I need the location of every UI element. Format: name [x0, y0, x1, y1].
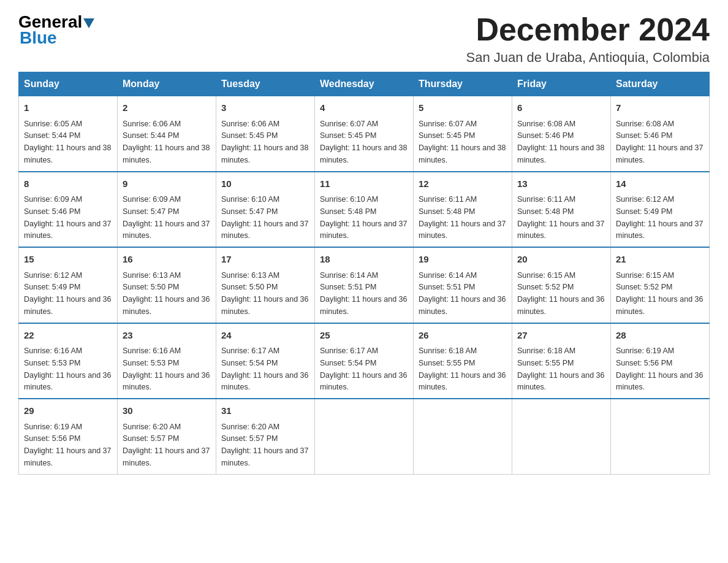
sunrise-text: Sunrise: 6:13 AMSunset: 5:50 PMDaylight:…: [221, 271, 308, 316]
sunrise-text: Sunrise: 6:17 AMSunset: 5:54 PMDaylight:…: [320, 347, 407, 391]
calendar-cell: 17Sunrise: 6:13 AMSunset: 5:50 PMDayligh…: [216, 247, 315, 323]
calendar-cell: 22Sunrise: 6:16 AMSunset: 5:53 PMDayligh…: [19, 323, 118, 399]
calendar-cell: 19Sunrise: 6:14 AMSunset: 5:51 PMDayligh…: [414, 247, 512, 323]
header-wednesday: Wednesday: [315, 72, 414, 96]
sunrise-text: Sunrise: 6:08 AMSunset: 5:46 PMDaylight:…: [616, 120, 703, 164]
week-row-3: 15Sunrise: 6:12 AMSunset: 5:49 PMDayligh…: [19, 247, 710, 323]
calendar-cell: 1Sunrise: 6:05 AMSunset: 5:44 PMDaylight…: [19, 96, 118, 172]
calendar-cell: [611, 399, 710, 474]
sunrise-text: Sunrise: 6:14 AMSunset: 5:51 PMDaylight:…: [419, 271, 506, 316]
sunrise-text: Sunrise: 6:15 AMSunset: 5:52 PMDaylight:…: [616, 271, 703, 316]
day-number: 1: [24, 101, 112, 115]
sunrise-text: Sunrise: 6:18 AMSunset: 5:55 PMDaylight:…: [517, 347, 604, 391]
logo-blue-text: Blue: [18, 28, 96, 48]
calendar-cell: [414, 399, 512, 474]
day-number: 22: [24, 329, 112, 343]
week-row-1: 1Sunrise: 6:05 AMSunset: 5:44 PMDaylight…: [19, 96, 710, 172]
calendar-cell: 31Sunrise: 6:20 AMSunset: 5:57 PMDayligh…: [216, 399, 315, 474]
page-header: General Blue December 2024 San Juan de U…: [18, 12, 710, 66]
calendar-cell: 29Sunrise: 6:19 AMSunset: 5:56 PMDayligh…: [19, 399, 118, 474]
calendar-cell: 26Sunrise: 6:18 AMSunset: 5:55 PMDayligh…: [414, 323, 512, 399]
calendar-cell: 8Sunrise: 6:09 AMSunset: 5:46 PMDaylight…: [19, 172, 118, 248]
day-number: 13: [517, 177, 605, 191]
calendar-cell: 27Sunrise: 6:18 AMSunset: 5:55 PMDayligh…: [512, 323, 611, 399]
sunrise-text: Sunrise: 6:06 AMSunset: 5:45 PMDaylight:…: [221, 120, 308, 164]
calendar-cell: [512, 399, 611, 474]
sunrise-text: Sunrise: 6:07 AMSunset: 5:45 PMDaylight:…: [320, 120, 407, 164]
day-number: 16: [123, 253, 211, 267]
calendar-cell: 20Sunrise: 6:15 AMSunset: 5:52 PMDayligh…: [512, 247, 611, 323]
calendar-cell: 11Sunrise: 6:10 AMSunset: 5:48 PMDayligh…: [315, 172, 414, 248]
day-number: 24: [221, 329, 309, 343]
day-number: 26: [419, 329, 507, 343]
header-saturday: Saturday: [611, 72, 710, 96]
title-section: December 2024 San Juan de Uraba, Antioqu…: [466, 12, 710, 66]
day-number: 29: [24, 404, 112, 418]
logo-arrow-icon: [83, 18, 94, 28]
sunrise-text: Sunrise: 6:10 AMSunset: 5:48 PMDaylight:…: [320, 195, 407, 240]
sunrise-text: Sunrise: 6:08 AMSunset: 5:46 PMDaylight:…: [517, 120, 604, 164]
calendar-cell: 3Sunrise: 6:06 AMSunset: 5:45 PMDaylight…: [216, 96, 315, 172]
sunrise-text: Sunrise: 6:12 AMSunset: 5:49 PMDaylight:…: [616, 195, 703, 240]
day-number: 5: [419, 101, 507, 115]
calendar-cell: 12Sunrise: 6:11 AMSunset: 5:48 PMDayligh…: [414, 172, 512, 248]
day-number: 18: [320, 253, 408, 267]
sunrise-text: Sunrise: 6:09 AMSunset: 5:47 PMDaylight:…: [123, 195, 210, 240]
calendar-cell: 9Sunrise: 6:09 AMSunset: 5:47 PMDaylight…: [118, 172, 216, 248]
week-row-2: 8Sunrise: 6:09 AMSunset: 5:46 PMDaylight…: [19, 172, 710, 248]
calendar-cell: 25Sunrise: 6:17 AMSunset: 5:54 PMDayligh…: [315, 323, 414, 399]
day-number: 8: [24, 177, 112, 191]
day-number: 2: [123, 101, 211, 115]
day-number: 14: [616, 177, 704, 191]
sunrise-text: Sunrise: 6:11 AMSunset: 5:48 PMDaylight:…: [419, 195, 506, 240]
header-thursday: Thursday: [414, 72, 512, 96]
location-text: San Juan de Uraba, Antioquia, Colombia: [466, 50, 710, 66]
day-number: 19: [419, 253, 507, 267]
sunrise-text: Sunrise: 6:06 AMSunset: 5:44 PMDaylight:…: [123, 120, 210, 164]
calendar-cell: 5Sunrise: 6:07 AMSunset: 5:45 PMDaylight…: [414, 96, 512, 172]
day-number: 25: [320, 329, 408, 343]
week-row-4: 22Sunrise: 6:16 AMSunset: 5:53 PMDayligh…: [19, 323, 710, 399]
sunrise-text: Sunrise: 6:18 AMSunset: 5:55 PMDaylight:…: [419, 347, 506, 391]
sunrise-text: Sunrise: 6:15 AMSunset: 5:52 PMDaylight:…: [517, 271, 604, 316]
sunrise-text: Sunrise: 6:05 AMSunset: 5:44 PMDaylight:…: [24, 120, 111, 164]
week-row-5: 29Sunrise: 6:19 AMSunset: 5:56 PMDayligh…: [19, 399, 710, 474]
calendar-cell: 10Sunrise: 6:10 AMSunset: 5:47 PMDayligh…: [216, 172, 315, 248]
calendar-header-row: SundayMondayTuesdayWednesdayThursdayFrid…: [19, 72, 710, 96]
calendar-cell: 15Sunrise: 6:12 AMSunset: 5:49 PMDayligh…: [19, 247, 118, 323]
calendar-cell: 7Sunrise: 6:08 AMSunset: 5:46 PMDaylight…: [611, 96, 710, 172]
calendar-cell: [315, 399, 414, 474]
month-title: December 2024: [466, 12, 710, 47]
header-monday: Monday: [118, 72, 216, 96]
day-number: 30: [123, 404, 211, 418]
calendar-cell: 2Sunrise: 6:06 AMSunset: 5:44 PMDaylight…: [118, 96, 216, 172]
day-number: 11: [320, 177, 408, 191]
calendar-cell: 13Sunrise: 6:11 AMSunset: 5:48 PMDayligh…: [512, 172, 611, 248]
logo: General Blue: [18, 12, 96, 48]
sunrise-text: Sunrise: 6:10 AMSunset: 5:47 PMDaylight:…: [221, 195, 308, 240]
sunrise-text: Sunrise: 6:11 AMSunset: 5:48 PMDaylight:…: [517, 195, 604, 240]
calendar-cell: 21Sunrise: 6:15 AMSunset: 5:52 PMDayligh…: [611, 247, 710, 323]
header-friday: Friday: [512, 72, 611, 96]
day-number: 20: [517, 253, 605, 267]
sunrise-text: Sunrise: 6:07 AMSunset: 5:45 PMDaylight:…: [419, 120, 506, 164]
calendar-table: SundayMondayTuesdayWednesdayThursdayFrid…: [18, 72, 710, 475]
calendar-cell: 16Sunrise: 6:13 AMSunset: 5:50 PMDayligh…: [118, 247, 216, 323]
sunrise-text: Sunrise: 6:20 AMSunset: 5:57 PMDaylight:…: [123, 423, 210, 467]
calendar-cell: 4Sunrise: 6:07 AMSunset: 5:45 PMDaylight…: [315, 96, 414, 172]
day-number: 7: [616, 101, 704, 115]
calendar-cell: 28Sunrise: 6:19 AMSunset: 5:56 PMDayligh…: [611, 323, 710, 399]
header-tuesday: Tuesday: [216, 72, 315, 96]
sunrise-text: Sunrise: 6:16 AMSunset: 5:53 PMDaylight:…: [24, 347, 111, 391]
sunrise-text: Sunrise: 6:17 AMSunset: 5:54 PMDaylight:…: [221, 347, 308, 391]
sunrise-text: Sunrise: 6:16 AMSunset: 5:53 PMDaylight:…: [123, 347, 210, 391]
day-number: 6: [517, 101, 605, 115]
sunrise-text: Sunrise: 6:19 AMSunset: 5:56 PMDaylight:…: [24, 423, 111, 467]
calendar-cell: 18Sunrise: 6:14 AMSunset: 5:51 PMDayligh…: [315, 247, 414, 323]
day-number: 4: [320, 101, 408, 115]
header-sunday: Sunday: [19, 72, 118, 96]
calendar-cell: 24Sunrise: 6:17 AMSunset: 5:54 PMDayligh…: [216, 323, 315, 399]
day-number: 12: [419, 177, 507, 191]
calendar-cell: 14Sunrise: 6:12 AMSunset: 5:49 PMDayligh…: [611, 172, 710, 248]
day-number: 10: [221, 177, 309, 191]
